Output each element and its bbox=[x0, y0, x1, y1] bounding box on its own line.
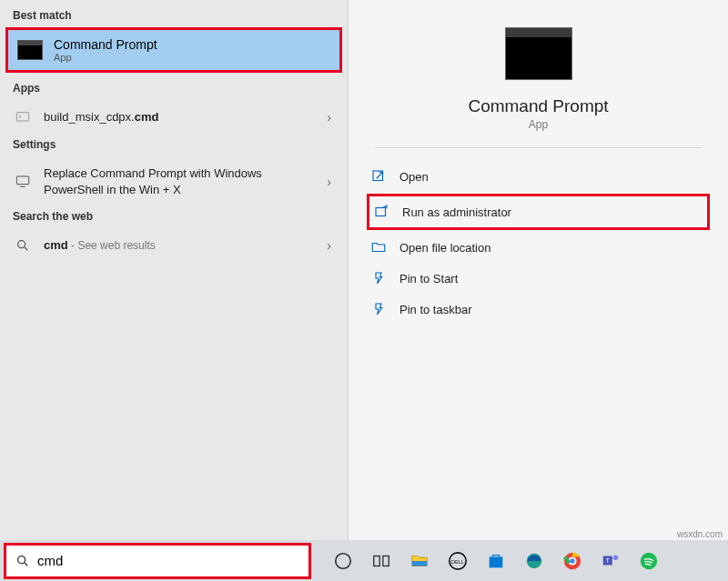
search-results-panel: Best match Command Prompt App Apps build… bbox=[0, 0, 348, 540]
taskbar-row: DELL T bbox=[0, 540, 728, 581]
search-icon bbox=[15, 554, 30, 568]
dell-icon[interactable]: DELL bbox=[444, 547, 471, 575]
settings-header: Settings bbox=[0, 135, 348, 156]
svg-text:DELL: DELL bbox=[451, 558, 464, 564]
teams-icon[interactable]: T bbox=[597, 547, 624, 575]
svg-point-3 bbox=[18, 241, 25, 248]
best-match-highlight: Command Prompt App bbox=[5, 27, 342, 73]
action-run-as-administrator[interactable]: Run as administrator bbox=[369, 196, 707, 227]
chevron-right-icon: › bbox=[327, 238, 335, 253]
edge-icon[interactable] bbox=[521, 547, 548, 575]
folder-icon bbox=[370, 239, 387, 255]
preview-panel: Command Prompt App Open Run as administr… bbox=[348, 0, 728, 540]
apps-result-build-cmd[interactable]: build_msix_cdpx.cmd › bbox=[0, 100, 348, 135]
chevron-right-icon: › bbox=[327, 175, 335, 189]
apps-header: Apps bbox=[0, 78, 348, 100]
svg-rect-1 bbox=[16, 176, 28, 185]
pin-start-icon bbox=[370, 270, 387, 286]
settings-result-label: Replace Command Prompt with Windows Powe… bbox=[44, 165, 316, 197]
svg-point-23 bbox=[641, 552, 657, 568]
search-icon bbox=[13, 237, 33, 254]
action-pin-start-label: Pin to Start bbox=[399, 272, 458, 285]
pin-taskbar-icon bbox=[370, 301, 387, 317]
shield-admin-icon bbox=[373, 204, 389, 220]
best-match-title: Command Prompt bbox=[54, 37, 157, 52]
run-as-admin-highlight: Run as administrator bbox=[367, 194, 710, 230]
action-open-file-location[interactable]: Open file location bbox=[367, 232, 710, 263]
action-pin-to-taskbar[interactable]: Pin to taskbar bbox=[367, 294, 710, 325]
best-match-header: Best match bbox=[0, 5, 348, 27]
svg-text:T: T bbox=[606, 556, 611, 564]
file-explorer-icon[interactable] bbox=[406, 547, 433, 575]
svg-rect-15 bbox=[490, 556, 503, 567]
taskbar: DELL T bbox=[329, 547, 662, 575]
best-match-subtitle: App bbox=[54, 52, 157, 63]
preview-subtitle: App bbox=[529, 118, 548, 131]
monitor-icon bbox=[13, 174, 33, 190]
settings-result-replace-cmd[interactable]: Replace Command Prompt with Windows Powe… bbox=[0, 156, 348, 206]
spotify-icon[interactable] bbox=[635, 547, 662, 575]
search-input[interactable] bbox=[37, 553, 299, 568]
web-result-cmd[interactable]: cmd - See web results › bbox=[0, 228, 348, 263]
svg-line-8 bbox=[25, 563, 27, 566]
action-run-admin-label: Run as administrator bbox=[402, 205, 511, 219]
chrome-icon[interactable] bbox=[559, 547, 586, 575]
open-icon bbox=[370, 168, 387, 185]
action-open[interactable]: Open bbox=[367, 161, 710, 192]
svg-rect-0 bbox=[16, 113, 28, 121]
svg-rect-6 bbox=[376, 208, 386, 216]
divider bbox=[375, 147, 702, 148]
cortana-icon[interactable] bbox=[329, 547, 357, 575]
best-match-command-prompt[interactable]: Command Prompt App bbox=[8, 30, 339, 70]
action-open-label: Open bbox=[399, 170, 429, 184]
store-icon[interactable] bbox=[482, 547, 510, 575]
action-pin-to-start[interactable]: Pin to Start bbox=[367, 263, 710, 294]
command-prompt-large-icon bbox=[505, 27, 572, 80]
svg-point-9 bbox=[336, 553, 351, 568]
web-result-label: cmd - See web results bbox=[44, 237, 316, 254]
script-icon bbox=[13, 109, 33, 125]
preview-title: Command Prompt bbox=[468, 96, 608, 116]
action-open-loc-label: Open file location bbox=[399, 241, 490, 255]
action-list: Open Run as administrator Open file loca… bbox=[349, 161, 728, 325]
svg-rect-12 bbox=[412, 561, 428, 566]
svg-rect-11 bbox=[383, 556, 389, 566]
svg-point-19 bbox=[570, 558, 575, 564]
search-web-header: Search the web bbox=[0, 206, 348, 228]
command-prompt-icon bbox=[17, 40, 43, 60]
svg-rect-10 bbox=[374, 556, 379, 566]
task-view-icon[interactable] bbox=[368, 547, 395, 575]
svg-line-4 bbox=[25, 247, 27, 250]
svg-point-22 bbox=[613, 555, 619, 560]
search-box[interactable] bbox=[4, 543, 311, 579]
apps-result-label: build_msix_cdpx.cmd bbox=[44, 109, 316, 125]
watermark: wsxdn.com bbox=[677, 529, 723, 539]
action-pin-taskbar-label: Pin to taskbar bbox=[399, 303, 472, 316]
svg-point-7 bbox=[18, 556, 25, 563]
chevron-right-icon: › bbox=[327, 110, 335, 125]
